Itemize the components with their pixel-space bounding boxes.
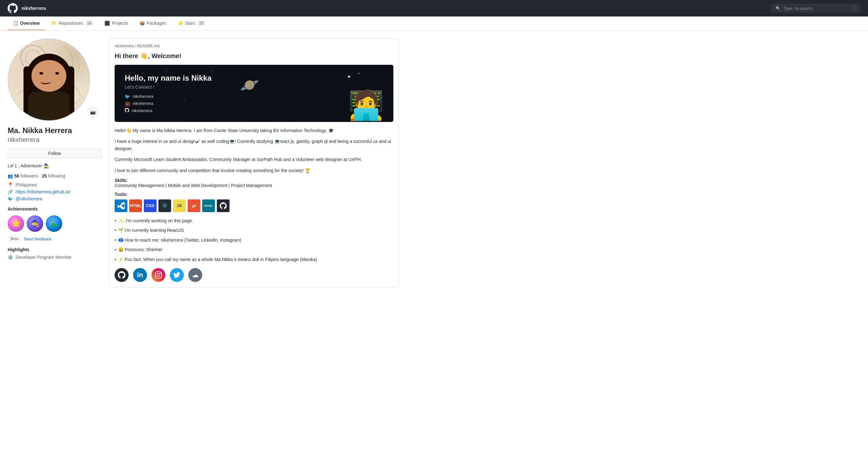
tool-mysql-icon: MySQL [202, 199, 215, 212]
tab-repositories-label: Repositories [58, 21, 83, 26]
banner-twitter-handle: nikxherrera [133, 94, 153, 99]
social-cloud-icon[interactable]: ☁ [188, 268, 202, 282]
avatar-container: 📷 [8, 38, 102, 121]
tab-packages[interactable]: 📦 Packages [134, 17, 171, 30]
github-logo-icon [8, 3, 18, 13]
social-linkedin-icon[interactable]: in [133, 268, 147, 282]
packages-icon: 📦 [140, 21, 145, 26]
stars-icon: ⭐ [178, 21, 183, 26]
followers-link[interactable]: 58 [14, 174, 19, 179]
twitter-row: 🐦 @nikxherrera [8, 196, 102, 201]
readme-ambassador: Currently Microsoft Learn Student Ambass… [115, 156, 393, 163]
location-text: Philippines [16, 182, 37, 187]
separator: · [39, 174, 41, 179]
beta-row: Beta Send feedback [8, 236, 102, 242]
readme-section: nikxherrera / README.md Hi there 👋, Welc… [109, 38, 399, 287]
readme-community: I love to join different community and c… [115, 167, 393, 174]
bullet-item-1: •🌱 I'm currently learning ReactJS [115, 227, 393, 234]
tab-overview-label: Overview [20, 21, 40, 26]
tab-stars-label: Stars [185, 21, 195, 26]
social-twitter-icon[interactable] [170, 268, 184, 282]
readme-intro: Hello!👋 My name is Ma.Nikka Herrera. I a… [115, 127, 393, 134]
twitter-link[interactable]: @nikxherrera [16, 196, 42, 201]
header: nikxherrera 🔍 Type / to search / [0, 0, 868, 17]
main-content: 📷 Ma. Nikka Herrera nikxherrera Follow L… [0, 31, 406, 295]
social-icons-row: in ☁ [115, 268, 393, 282]
stars-count-badge: 15 [197, 20, 205, 26]
projects-icon: ⬛ [104, 21, 110, 26]
social-github-icon[interactable] [115, 268, 129, 282]
beta-badge: Beta [8, 236, 21, 242]
search-slash-icon: / [851, 6, 856, 11]
follow-button[interactable]: Follow [8, 149, 102, 158]
readme-body: Hello!👋 My name is Ma.Nikka Herrera. I a… [115, 127, 393, 282]
tab-overview[interactable]: 📋 Overview [8, 17, 45, 30]
profile-username: nikxherrera [8, 136, 102, 144]
social-instagram-icon[interactable] [151, 268, 165, 282]
banner-twitter-icon: 🐦 [125, 94, 130, 99]
developer-program-icon: ⚙️ [8, 255, 13, 260]
avatar [8, 38, 90, 121]
nav-tabs: 📋 Overview 📁 Repositories 18 ⬛ Projects … [0, 17, 868, 31]
people-icon: 👥 [8, 174, 13, 179]
achievement-badge-1[interactable]: 🌟 [8, 215, 24, 232]
repo-count-badge: 18 [85, 20, 93, 26]
readme-interest: I have a huge interest in ux and ui desi… [115, 138, 393, 152]
banner-twitter-row: 🐦 nikxherrera [125, 94, 212, 99]
profile-sidebar: 📷 Ma. Nikka Herrera nikxherrera Follow L… [8, 38, 102, 287]
website-row: 🔗 https://nikxherrera.github.io/ [8, 189, 102, 194]
developer-program-row: ⚙️ Developer Program Member [8, 255, 102, 260]
readme-breadcrumb-link[interactable]: nikxherrera / README.md [115, 44, 159, 48]
readme-title: Hi there 👋, Welcome! [115, 52, 393, 60]
achievement-badge-2[interactable]: 🧙 [27, 215, 43, 232]
banner-github-handle: nikxherrera [132, 108, 152, 113]
developer-program-text: Developer Program Member [16, 255, 72, 260]
camera-button[interactable]: 📷 [88, 107, 98, 117]
banner-subtitle: Let's Connect ! [125, 85, 212, 90]
location-row: 📍 Philippines [8, 182, 102, 187]
tab-repositories[interactable]: 📁 Repositories 18 [46, 17, 98, 30]
bullet-item-0: •✨. I'm currently working on this page. [115, 217, 393, 224]
tool-js-icon: JS [173, 199, 186, 212]
bullet-item-4: •⚡ Fun fact: When you call my name as a … [115, 256, 393, 263]
banner-linkedin-row: 💼 nikxherrera [125, 101, 212, 106]
following-link[interactable]: 25 [42, 174, 47, 179]
banner-github-icon [125, 108, 129, 113]
tab-stars[interactable]: ⭐ Stars 15 [173, 17, 211, 30]
tab-packages-label: Packages [147, 21, 166, 26]
tools-section: Tools: HTML CSS ⚛ JS git MySQL [115, 192, 393, 212]
website-link[interactable]: https://nikxherrera.github.io/ [16, 189, 70, 194]
readme-card: nikxherrera / README.md Hi there 👋, Welc… [109, 38, 399, 287]
tools-icons-row: HTML CSS ⚛ JS git MySQL [115, 199, 393, 212]
link-icon: 🔗 [8, 189, 13, 194]
bullets-section: •✨. I'm currently working on this page. … [115, 217, 393, 263]
profile-name: Ma. Nikka Herrera [8, 126, 102, 135]
header-username: nikxherrera [22, 6, 46, 11]
followers-row: 👥 58 followers · 25 following [8, 174, 102, 179]
search-icon: 🔍 [776, 6, 781, 11]
overview-icon: 📋 [13, 21, 18, 26]
repo-icon: 📁 [51, 21, 57, 26]
tool-vscode-icon [115, 199, 127, 212]
banner-greeting: Hello, my name is Nikka [125, 74, 212, 83]
achievement-badge-3[interactable]: 🦕 [46, 215, 62, 232]
following-label: following [48, 174, 65, 179]
readme-banner: ♪ ♫ ♪ 🪐 Hello, my name is Nikka Let's Co… [115, 65, 393, 122]
readme-breadcrumb: nikxherrera / README.md [115, 44, 393, 48]
location-icon: 📍 [8, 182, 13, 187]
send-feedback-link[interactable]: Send feedback [24, 237, 52, 241]
tool-react-icon: ⚛ [158, 199, 171, 212]
tools-title: Tools: [115, 192, 393, 197]
banner-linkedin-icon: 💼 [125, 101, 130, 106]
banner-github-row: nikxherrera [125, 108, 212, 113]
tab-projects[interactable]: ⬛ Projects [99, 17, 133, 30]
skills-title: Skills: [115, 178, 128, 183]
followers-label: followers [21, 174, 38, 179]
highlights-title: Highlights [8, 247, 102, 252]
tool-git-icon: git [188, 199, 200, 212]
achievements-title: Achievements [8, 207, 102, 212]
search-placeholder: Type / to search [783, 6, 849, 11]
search-bar[interactable]: 🔍 Type / to search / [772, 4, 860, 12]
tool-css-icon: CSS [144, 199, 157, 212]
banner-linkedin-handle: nikxherrera [133, 101, 153, 106]
